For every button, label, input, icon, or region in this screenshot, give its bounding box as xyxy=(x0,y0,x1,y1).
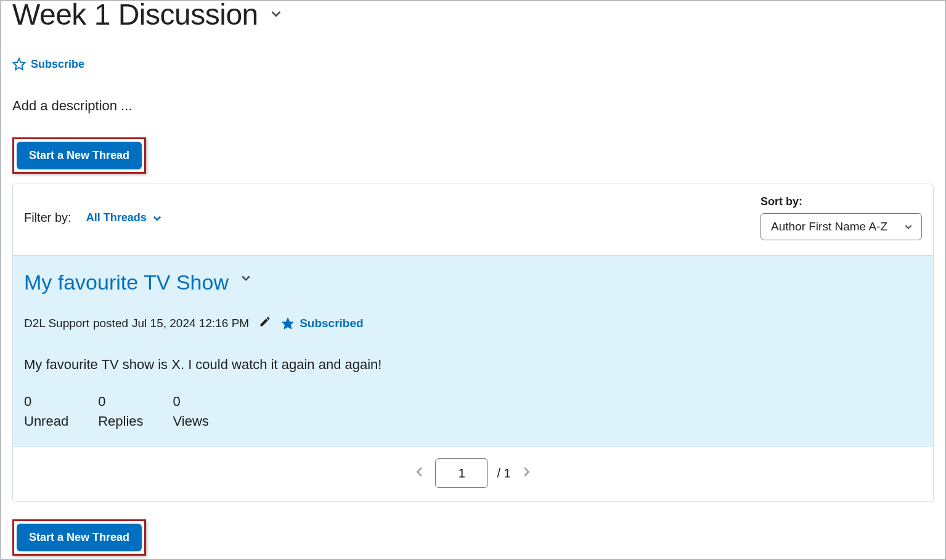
thread-author: D2L Support xyxy=(24,317,89,330)
stat-unread-label: Unread xyxy=(24,413,68,429)
subscribed-toggle[interactable]: Subscribed xyxy=(281,317,363,330)
svg-marker-0 xyxy=(14,59,25,70)
sort-select[interactable]: Author First Name A-Z xyxy=(760,213,922,240)
page-prev-button[interactable] xyxy=(413,465,426,481)
description-placeholder[interactable]: Add a description ... xyxy=(12,98,934,114)
pencil-icon xyxy=(259,315,271,328)
thread-title-link[interactable]: My favourite TV Show xyxy=(24,270,229,294)
chevron-right-icon xyxy=(520,465,533,479)
chevron-left-icon xyxy=(413,465,426,479)
subscribe-label: Subscribe xyxy=(31,58,84,71)
page-title: Week 1 Discussion xyxy=(12,0,258,31)
stat-unread: 0 Unread xyxy=(24,394,68,429)
start-new-thread-button-bottom[interactable]: Start a New Thread xyxy=(17,524,142,551)
stat-replies-value: 0 xyxy=(98,394,143,410)
star-filled-icon xyxy=(281,317,295,330)
chevron-down-icon xyxy=(269,7,283,20)
stat-views: 0 Views xyxy=(173,394,209,429)
chevron-down-icon xyxy=(152,213,163,224)
filter-dropdown[interactable]: All Threads xyxy=(86,211,163,224)
subscribed-label: Subscribed xyxy=(300,317,363,330)
page-total: / 1 xyxy=(497,466,510,481)
filter-sort-bar: Filter by: All Threads Sort by: Author F… xyxy=(13,184,933,255)
chevron-down-icon xyxy=(240,272,252,284)
stat-views-label: Views xyxy=(173,413,209,429)
star-outline-icon xyxy=(12,57,26,71)
stat-unread-value: 0 xyxy=(24,394,68,410)
thread-posted-prefix: posted xyxy=(93,317,128,330)
thread-list: Filter by: All Threads Sort by: Author F… xyxy=(12,184,934,502)
new-thread-highlight-top: Start a New Thread xyxy=(12,137,146,174)
filter-value: All Threads xyxy=(86,211,147,224)
filter-label: Filter by: xyxy=(24,211,71,225)
page-total-value: 1 xyxy=(504,466,511,480)
thread-actions-menu[interactable] xyxy=(240,272,252,286)
page-title-menu[interactable] xyxy=(269,7,283,23)
thread-posted-at: Jul 15, 2024 12:16 PM xyxy=(132,317,249,330)
new-thread-highlight-bottom: Start a New Thread xyxy=(12,519,146,556)
stat-replies: 0 Replies xyxy=(98,394,143,429)
page-next-button[interactable] xyxy=(520,465,533,481)
edit-thread-button[interactable] xyxy=(259,315,271,331)
sort-label: Sort by: xyxy=(760,195,922,208)
stat-views-value: 0 xyxy=(173,394,209,410)
stat-replies-label: Replies xyxy=(98,413,143,429)
start-new-thread-button-top[interactable]: Start a New Thread xyxy=(17,142,142,169)
pagination: / 1 xyxy=(13,447,933,501)
page-number-input[interactable] xyxy=(435,458,488,488)
thread-item: My favourite TV Show D2L Support posted … xyxy=(13,255,933,447)
subscribe-toggle[interactable]: Subscribe xyxy=(12,57,934,71)
svg-marker-1 xyxy=(282,317,293,328)
thread-body: My favourite TV show is X. I could watch… xyxy=(24,357,922,373)
